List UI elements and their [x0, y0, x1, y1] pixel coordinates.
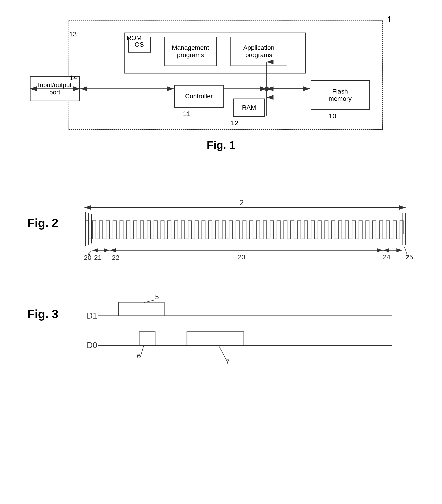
fig1-mgmt-label: Managementprograms — [172, 44, 209, 59]
fig1-outer-box: ROM OS Managementprograms Applicationpro… — [69, 20, 383, 130]
page-container: 1 ROM OS Managementprograms Applicationp… — [0, 0, 442, 504]
svg-line-34 — [405, 247, 408, 257]
svg-text:↙: ↙ — [87, 249, 92, 256]
fig2-svg: 2 20 ↙ 21 22 23 24 25 — [28, 198, 415, 284]
fig1-ram-box: RAM — [233, 99, 265, 117]
fig1-rom-box: ROM OS Managementprograms Applicationpro… — [124, 33, 306, 73]
svg-text:25: 25 — [405, 253, 413, 261]
fig2-section: Fig. 2 2 — [28, 198, 415, 284]
fig1-controller-box: Controller — [174, 85, 224, 108]
fig1-ram-label: RAM — [242, 104, 256, 111]
fig1-flash-box: Flashmemory — [311, 80, 370, 110]
svg-text:21: 21 — [94, 254, 102, 261]
fig1-label-11: 11 — [183, 110, 191, 118]
svg-text:22: 22 — [112, 254, 119, 261]
svg-text:D1: D1 — [87, 311, 97, 320]
svg-text:6: 6 — [137, 352, 141, 360]
fig1-os-label: OS — [135, 41, 144, 48]
fig3-section: Fig. 3 D1 5 D0 6 7 — [28, 291, 415, 387]
fig1-label-1: 1 — [387, 15, 392, 24]
svg-text:D0: D0 — [87, 341, 97, 350]
svg-text:2: 2 — [239, 198, 244, 207]
fig1-flash-label: Flashmemory — [329, 88, 351, 102]
fig1-label-14: 14 — [70, 74, 77, 82]
fig1-label-12: 12 — [231, 119, 239, 127]
fig1-io-label: Input/outputport — [38, 82, 72, 96]
svg-line-44 — [219, 346, 228, 363]
svg-text:7: 7 — [226, 358, 230, 365]
svg-text:23: 23 — [238, 253, 245, 261]
fig1-section: 1 ROM OS Managementprograms Applicationp… — [28, 14, 415, 184]
fig1-app-box: Applicationprograms — [230, 37, 287, 66]
fig1-label-13: 13 — [69, 30, 77, 38]
svg-line-38 — [144, 300, 155, 303]
fig1-controller-label: Controller — [185, 93, 213, 100]
fig1-os-box: OS — [128, 37, 151, 52]
fig1-mgmt-box: Managementprograms — [165, 37, 217, 66]
svg-text:20: 20 — [84, 254, 91, 261]
svg-text:24: 24 — [383, 253, 390, 261]
fig2-title: Fig. 2 — [28, 216, 58, 230]
fig1-app-label: Applicationprograms — [243, 44, 274, 59]
fig3-svg: D1 5 D0 6 7 — [28, 291, 415, 387]
fig1-label-10: 10 — [329, 112, 336, 120]
fig3-title: Fig. 3 — [28, 307, 58, 321]
svg-line-42 — [140, 346, 144, 357]
svg-text:5: 5 — [155, 293, 159, 301]
fig1-title: Fig. 1 — [207, 139, 235, 151]
